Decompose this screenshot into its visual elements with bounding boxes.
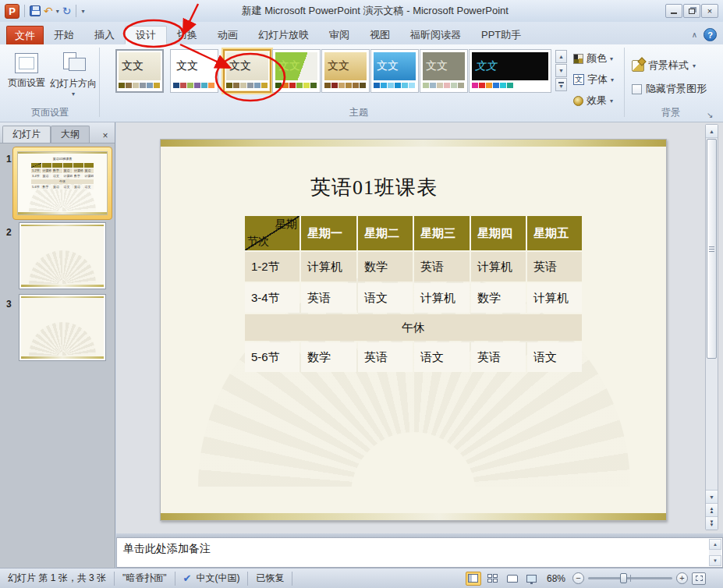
tab-review[interactable]: 审阅 <box>319 26 360 44</box>
notes-pane[interactable]: 单击此处添加备注 ▲ ▼ <box>116 537 723 568</box>
slide-orientation-button[interactable]: 幻灯片方向 ▾ <box>50 48 97 106</box>
course-table[interactable]: 星期 节次 星期一 星期二 星期三 星期四 星期五 1-2节 计算机 数学 英语… <box>245 216 582 372</box>
table-corner-cell[interactable]: 星期 节次 <box>245 216 299 250</box>
redo-icon[interactable]: ↻ <box>62 5 72 17</box>
table-cell[interactable]: 计算机 <box>301 252 356 282</box>
restore-button[interactable] <box>683 4 700 18</box>
spellcheck-icon[interactable]: ✔ <box>183 572 192 584</box>
tab-slides[interactable]: 幻灯片 <box>2 126 51 143</box>
background-dialog-launcher-icon[interactable]: ↘ <box>707 111 713 119</box>
scroll-up-icon[interactable]: ▲ <box>706 125 718 138</box>
help-button[interactable]: ? <box>704 28 717 41</box>
theme-thumbnail-gray[interactable]: 文文 <box>420 49 468 93</box>
theme-thumbnail-tan[interactable]: 文文 <box>321 49 370 93</box>
theme-effects-button[interactable]: 效果 ▾ <box>573 91 613 110</box>
undo-dropdown-icon[interactable]: ▾ <box>56 8 59 15</box>
scroll-up-icon[interactable]: ▲ <box>709 539 721 550</box>
table-cell[interactable]: 英语 <box>301 283 356 313</box>
slide-counter[interactable]: 幻灯片 第 1 张，共 3 张 <box>0 572 115 586</box>
theme-fonts-button[interactable]: 文 字体 ▾ <box>573 70 614 89</box>
language-status[interactable]: ✔ 中文(中国) <box>175 572 249 586</box>
powerpoint-logo-icon[interactable]: P <box>5 4 19 19</box>
tab-ppt-assistant[interactable]: PPT助手 <box>471 26 531 44</box>
table-cell[interactable]: 数学 <box>358 252 413 282</box>
scrollbar-track[interactable] <box>706 360 718 490</box>
background-styles-button[interactable]: 背景样式 ▾ <box>632 58 696 73</box>
notes-scrollbar[interactable]: ▲ ▼ <box>709 539 721 566</box>
zoom-level[interactable]: 68% <box>547 573 565 584</box>
normal-view-button[interactable] <box>466 572 481 586</box>
slide-1-thumbnail[interactable]: 英语01班课表 1-2节计算机数学英语计算机英语 3-4节英语语文计算机数学计算… <box>12 147 112 220</box>
table-cell[interactable]: 数学 <box>301 342 356 372</box>
theme-name[interactable]: "暗香扑面" <box>115 572 175 586</box>
zoom-slider[interactable] <box>588 577 672 579</box>
save-icon[interactable] <box>30 5 41 16</box>
theme-thumbnail-selected[interactable]: 文文 <box>223 49 271 93</box>
ribbon-collapse-icon[interactable]: ∧ <box>692 30 697 39</box>
table-cell[interactable]: 计算机 <box>527 283 582 313</box>
tab-file[interactable]: 文件 <box>6 26 44 44</box>
scroll-down-icon[interactable]: ▼ <box>706 490 718 503</box>
hide-background-checkbox[interactable] <box>632 84 642 94</box>
next-slide-button[interactable]: ▼▼ <box>706 516 718 530</box>
tab-foxit-reader[interactable]: 福昕阅读器 <box>400 26 471 44</box>
table-lunch-row[interactable]: 午休 <box>245 314 582 341</box>
scroll-down-icon[interactable]: ▼ <box>709 555 721 566</box>
table-cell[interactable]: 英语 <box>471 342 526 372</box>
tab-design[interactable]: 设计 <box>125 26 167 44</box>
zoom-out-button[interactable]: − <box>572 572 584 584</box>
tab-insert[interactable]: 插入 <box>84 26 125 44</box>
slide-3-thumbnail[interactable] <box>19 294 106 361</box>
theme-thumbnail-current[interactable]: 文文 <box>115 49 164 93</box>
tab-transitions[interactable]: 切换 <box>167 26 207 44</box>
table-row-label[interactable]: 1-2节 <box>245 252 299 282</box>
zoom-in-button[interactable]: + <box>676 572 688 584</box>
slide-title[interactable]: 英语01班课表 <box>310 174 438 201</box>
tab-outline[interactable]: 大纲 <box>51 126 90 143</box>
reading-view-button[interactable] <box>505 572 520 586</box>
table-header-cell[interactable]: 星期二 <box>358 216 413 250</box>
table-cell[interactable]: 英语 <box>414 252 470 282</box>
table-cell[interactable]: 英语 <box>527 252 582 282</box>
table-cell[interactable]: 语文 <box>414 342 470 372</box>
table-row-label[interactable]: 5-6节 <box>245 342 299 372</box>
theme-thumbnail-office[interactable]: 文文 <box>170 49 218 93</box>
previous-slide-button[interactable]: ▲▲ <box>706 503 718 516</box>
vertical-scrollbar[interactable]: ▲ ▼ ▲▲ ▼▼ <box>705 124 718 530</box>
themes-scroll-up-icon[interactable]: ▲ <box>555 50 567 63</box>
table-cell[interactable]: 计算机 <box>414 283 470 313</box>
tab-view[interactable]: 视图 <box>360 26 400 44</box>
table-cell[interactable]: 英语 <box>358 342 413 372</box>
slide-sorter-button[interactable] <box>485 572 501 586</box>
themes-more-icon[interactable]: ▼ <box>555 78 567 91</box>
close-button[interactable]: × <box>701 4 718 18</box>
table-header-cell[interactable]: 星期四 <box>471 216 526 250</box>
tab-home[interactable]: 开始 <box>44 26 84 44</box>
theme-thumbnail-blue[interactable]: 文文 <box>370 49 419 93</box>
theme-colors-button[interactable]: 颜色 ▾ <box>573 49 613 68</box>
table-header-cell[interactable]: 星期三 <box>414 216 470 250</box>
table-cell[interactable]: 语文 <box>527 342 582 372</box>
theme-thumbnail-black[interactable]: 文文 <box>469 49 551 93</box>
table-header-cell[interactable]: 星期一 <box>301 216 356 250</box>
zoom-slider-thumb[interactable] <box>620 573 627 583</box>
slideshow-button[interactable] <box>524 572 540 586</box>
table-row-label[interactable]: 3-4节 <box>245 283 299 313</box>
table-cell[interactable]: 语文 <box>358 283 413 313</box>
table-cell[interactable]: 数学 <box>471 283 526 313</box>
slide-canvas[interactable]: 英语01班课表 星期 节次 星期一 星期二 星期三 星期四 星期五 1-2节 计… <box>160 139 667 521</box>
theme-thumbnail-green[interactable]: 文文 <box>272 49 321 93</box>
close-panel-icon[interactable]: × <box>98 129 112 143</box>
hide-background-graphics-option[interactable]: 隐藏背景图形 <box>632 82 707 96</box>
page-setup-button[interactable]: 页面设置 <box>3 48 50 106</box>
tab-animations[interactable]: 动画 <box>207 26 248 44</box>
scrollbar-thumb[interactable] <box>707 139 717 359</box>
fit-to-window-button[interactable] <box>692 572 706 585</box>
table-cell[interactable]: 计算机 <box>471 252 526 282</box>
undo-icon[interactable]: ↶ <box>44 5 53 17</box>
themes-scroll-down-icon[interactable]: ▼ <box>555 64 567 77</box>
table-header-cell[interactable]: 星期五 <box>527 216 582 250</box>
recovered-status[interactable]: 已恢复 <box>248 572 292 586</box>
minimize-button[interactable] <box>665 4 682 18</box>
slide-2-thumbnail[interactable] <box>19 222 106 289</box>
